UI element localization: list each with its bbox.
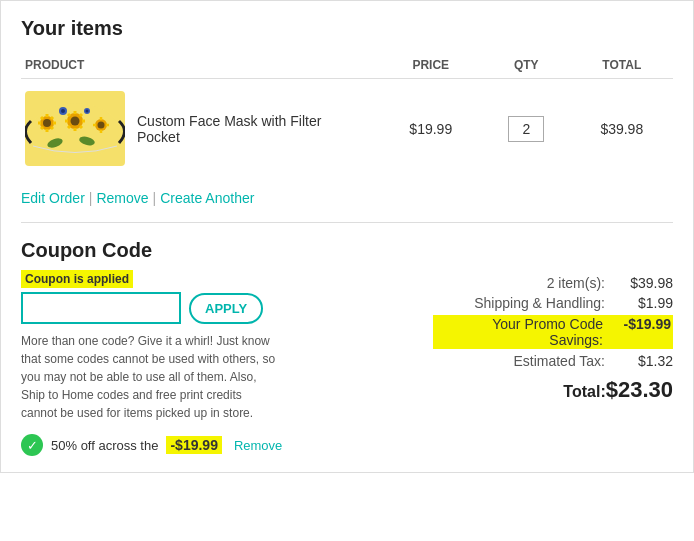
shipping-label: Shipping & Handling:: [474, 295, 605, 311]
total-row: Total: $23.30: [433, 377, 673, 403]
col-price: PRICE: [380, 52, 482, 79]
coupon-section: Coupon Code Coupon is applied APPLY More…: [21, 239, 413, 456]
coupon-savings: -$19.99: [166, 436, 221, 454]
check-icon: ✓: [21, 434, 43, 456]
section-title: Your items: [21, 17, 673, 40]
coupon-title: Coupon Code: [21, 239, 413, 262]
tax-row: Estimated Tax: $1.32: [433, 353, 673, 369]
create-another-link[interactable]: Create Another: [160, 190, 254, 206]
product-name: Custom Face Mask with Filter Pocket: [137, 113, 337, 145]
svg-line-20: [80, 126, 82, 128]
apply-button[interactable]: APPLY: [189, 293, 263, 324]
sunflower-mask-icon: [25, 91, 125, 166]
action-links: Edit Order | Remove | Create Another: [21, 190, 673, 223]
coupon-input[interactable]: [21, 292, 181, 324]
product-price: $19.99: [380, 79, 482, 179]
coupon-input-row: APPLY: [21, 292, 413, 324]
svg-point-2: [43, 119, 51, 127]
svg-line-17: [68, 114, 70, 116]
coupon-applied-label: Coupon is applied: [21, 270, 133, 288]
col-qty: QTY: [482, 52, 571, 79]
promo-label: Your Promo Code Savings:: [435, 316, 603, 348]
promo-value: -$19.99: [611, 316, 671, 348]
coupon-note: More than one code? Give it a whirl! Jus…: [21, 332, 281, 422]
items-table: PRODUCT PRICE QTY TOTAL: [21, 52, 673, 178]
product-image: [25, 91, 125, 166]
items-label: 2 item(s):: [547, 275, 605, 291]
tax-value: $1.32: [613, 353, 673, 369]
items-row: 2 item(s): $39.98: [433, 275, 673, 291]
tax-label: Estimated Tax:: [513, 353, 605, 369]
total-label: Total:: [563, 383, 605, 401]
coupon-remove-link[interactable]: Remove: [234, 438, 282, 453]
col-product: PRODUCT: [21, 52, 380, 79]
col-total: TOTAL: [571, 52, 673, 79]
total-value: $23.30: [606, 377, 673, 403]
edit-order-link[interactable]: Edit Order: [21, 190, 85, 206]
svg-point-22: [98, 122, 105, 129]
separator-2: |: [153, 190, 157, 206]
product-qty: 2: [482, 79, 571, 179]
svg-line-19: [68, 126, 70, 128]
product-total: $39.98: [571, 79, 673, 179]
shipping-value: $1.99: [613, 295, 673, 311]
coupon-applied-row: ✓ 50% off across the -$19.99 Remove: [21, 434, 413, 456]
remove-link[interactable]: Remove: [96, 190, 148, 206]
svg-point-12: [71, 117, 80, 126]
svg-line-9: [41, 127, 43, 129]
order-summary: 2 item(s): $39.98 Shipping & Handling: $…: [433, 239, 673, 456]
separator-1: |: [89, 190, 93, 206]
svg-line-10: [51, 127, 53, 129]
table-row: Custom Face Mask with Filter Pocket $19.…: [21, 79, 673, 179]
svg-point-32: [86, 110, 89, 113]
shipping-row: Shipping & Handling: $1.99: [433, 295, 673, 311]
svg-line-7: [41, 117, 43, 119]
svg-line-18: [80, 114, 82, 116]
svg-point-30: [61, 109, 65, 113]
items-value: $39.98: [613, 275, 673, 291]
svg-line-8: [51, 117, 53, 119]
promo-row: Your Promo Code Savings: -$19.99: [433, 315, 673, 349]
coupon-description: 50% off across the: [51, 438, 158, 453]
